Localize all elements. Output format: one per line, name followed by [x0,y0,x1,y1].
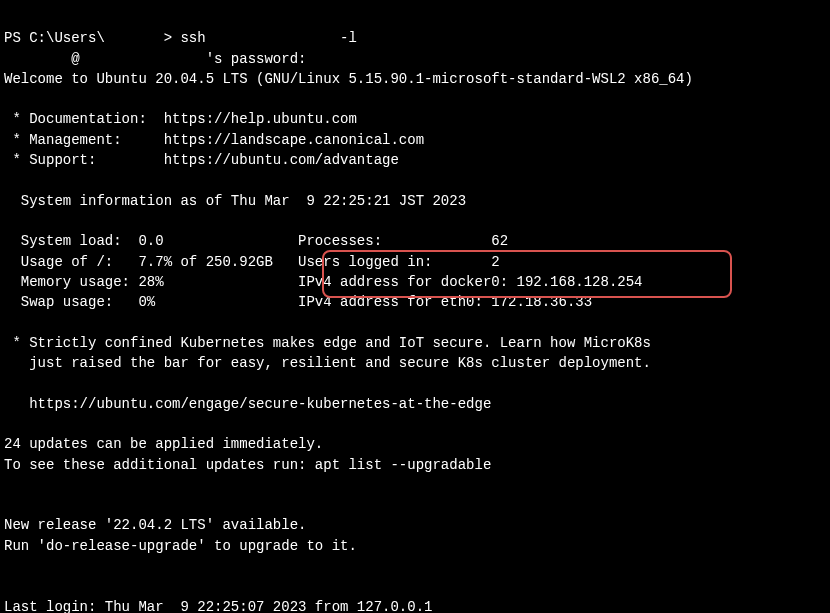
release-line-1: New release '22.04.2 LTS' available. [4,517,306,533]
redacted-login: XXXXXXX [365,28,424,48]
redacted-host: XXXXXXXXXXXXXX [214,28,332,48]
stat-row-1: System load: 0.0 Processes: 62 [4,233,508,249]
redacted-user2: XXXXXXXX [4,49,71,69]
terminal-output[interactable]: PS C:\Users\XXXXXXX> ssh XXXXXXXXXXXXXX … [4,8,826,613]
redacted-host2: XXXXXXXXXXXXXXX [80,49,206,69]
kube-line-2: just raised the bar for easy, resilient … [4,355,651,371]
updates-line-2: To see these additional updates run: apt… [4,457,491,473]
stat-row-2: Usage of /: 7.7% of 250.92GB Users logge… [4,254,500,270]
stat-row-4: Swap usage: 0% IPv4 address for eth0: 17… [4,294,592,310]
release-line-2: Run 'do-release-upgrade' to upgrade to i… [4,538,357,554]
updates-line-1: 24 updates can be applied immediately. [4,436,323,452]
sysinfo-header: System information as of Thu Mar 9 22:25… [4,193,466,209]
support-link: * Support: https://ubuntu.com/advantage [4,152,399,168]
doc-link: * Documentation: https://help.ubuntu.com [4,111,357,127]
ps-prompt-line: PS C:\Users\XXXXXXX> ssh XXXXXXXXXXXXXX … [4,30,424,46]
kube-link: https://ubuntu.com/engage/secure-kuberne… [4,396,491,412]
welcome-line: Welcome to Ubuntu 20.04.5 LTS (GNU/Linux… [4,71,693,87]
kube-line-1: * Strictly confined Kubernetes makes edg… [4,335,651,351]
mgmt-link: * Management: https://landscape.canonica… [4,132,424,148]
redacted-user: XXXXXXX [105,28,164,48]
last-login-line: Last login: Thu Mar 9 22:25:07 2023 from… [4,599,432,613]
stat-row-3: Memory usage: 28% IPv4 address for docke… [4,274,643,290]
password-prompt-line: XXXXXXXX@XXXXXXXXXXXXXXX's password: [4,51,306,67]
